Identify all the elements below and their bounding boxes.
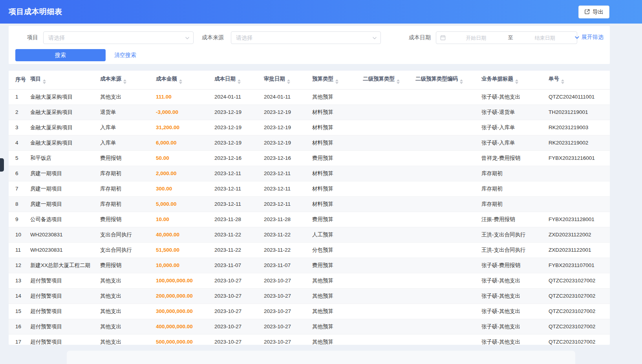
table-row: 3金融大厦采购项目入库单31,200.002023-12-192023-12-1…	[9, 120, 610, 135]
end-date-input[interactable]	[517, 35, 573, 41]
cost-source-select-input[interactable]	[231, 32, 380, 44]
sort-icons[interactable]	[123, 79, 126, 84]
side-panel-handle[interactable]	[0, 158, 4, 172]
table-cell: 退货单	[100, 104, 156, 120]
sort-asc-icon[interactable]	[515, 79, 518, 81]
column-header-1[interactable]: 项目	[30, 71, 100, 89]
column-label: 项目	[30, 76, 41, 82]
sort-asc-icon[interactable]	[123, 79, 126, 81]
project-select-input[interactable]	[44, 32, 193, 44]
sort-asc-icon[interactable]	[335, 79, 338, 81]
table-cell	[415, 196, 481, 212]
project-filter-label: 项目	[13, 34, 38, 41]
table-cell	[363, 227, 415, 242]
sort-desc-icon[interactable]	[460, 82, 463, 84]
table-cell: 其他支出	[100, 319, 156, 334]
table-cell: 张子硕-其他支出	[481, 334, 549, 345]
sort-desc-icon[interactable]	[43, 82, 46, 84]
sort-desc-icon[interactable]	[123, 82, 126, 84]
sort-asc-icon[interactable]	[397, 79, 400, 81]
expand-filters-label: 展开筛选	[582, 34, 604, 41]
sort-asc-icon[interactable]	[460, 79, 463, 81]
table-cell: 2023-12-11	[264, 181, 312, 196]
cost-date-range-picker[interactable]: 至	[436, 31, 577, 44]
clear-search-link[interactable]: 清空搜索	[114, 52, 136, 59]
table-cell: QTZC20231027002	[549, 288, 610, 304]
sort-desc-icon[interactable]	[561, 82, 564, 84]
table-cell: 库存期初	[481, 166, 549, 181]
table-cell	[363, 104, 415, 120]
sort-icons[interactable]	[460, 79, 463, 84]
sort-desc-icon[interactable]	[287, 82, 290, 84]
table-cell: TH20231219001	[549, 104, 610, 120]
column-header-3[interactable]: 成本金额	[156, 71, 214, 89]
table-cell: 张子硕-费用报销	[481, 258, 549, 273]
sort-icons[interactable]	[43, 79, 46, 84]
table-cell: 张子硕-其他支出	[481, 288, 549, 304]
table-cell: RK20231219002	[549, 135, 610, 150]
column-header-4[interactable]: 成本日期	[214, 71, 264, 89]
sort-asc-icon[interactable]	[287, 79, 290, 81]
start-date-input[interactable]	[448, 35, 504, 41]
table-row: 15超付预警项目其他支出300,000,000.002023-10-272023…	[9, 304, 610, 319]
table-cell: 400,000,000.00	[156, 319, 214, 334]
table-cell: RK20231219003	[549, 120, 610, 135]
table-cell: 1	[9, 89, 30, 104]
sort-icons[interactable]	[397, 79, 400, 84]
table-cell: 9	[9, 212, 30, 227]
sort-asc-icon[interactable]	[179, 79, 182, 81]
column-header-10[interactable]: 单号	[549, 71, 610, 89]
table-cell: 支出合同执行	[100, 227, 156, 242]
chevron-down-icon	[372, 36, 377, 40]
table-row: 6房建一期项目库存期初2,000.002023-12-112023-12-11材…	[9, 166, 610, 181]
column-header-8[interactable]: 二级预算类型编码	[415, 71, 481, 89]
table-cell: 10,000.00	[156, 258, 214, 273]
column-label: 业务单据标题	[481, 76, 513, 82]
table-cell: 2023-12-16	[264, 150, 312, 166]
table-cell	[415, 166, 481, 181]
search-button[interactable]: 搜索	[15, 49, 106, 61]
column-header-6[interactable]: 预算类型	[312, 71, 363, 89]
column-header-5[interactable]: 审批日期	[264, 71, 312, 89]
sort-icons[interactable]	[515, 79, 518, 84]
table-cell: 库存期初	[481, 181, 549, 196]
cost-date-filter: 成本日期 至	[406, 31, 577, 44]
column-header-0: 序号	[9, 71, 30, 89]
sort-desc-icon[interactable]	[335, 82, 338, 84]
table-cell: 金融大厦采购项目	[30, 104, 100, 120]
table-cell	[415, 150, 481, 166]
sort-desc-icon[interactable]	[515, 82, 518, 84]
table-cell	[415, 319, 481, 334]
sort-desc-icon[interactable]	[179, 82, 182, 84]
sort-icons[interactable]	[561, 79, 564, 84]
table-row: 5和平饭店费用报销50.002023-12-162023-12-16费用预算曾祥…	[9, 150, 610, 166]
table-cell: ZXD20231122001	[549, 242, 610, 258]
sort-icons[interactable]	[335, 79, 338, 84]
cost-source-select[interactable]	[231, 31, 381, 44]
cost-date-filter-label: 成本日期	[406, 34, 431, 41]
project-select[interactable]	[43, 31, 194, 44]
sort-desc-icon[interactable]	[397, 82, 400, 84]
table-cell: 15	[9, 304, 30, 319]
column-label: 成本金额	[156, 76, 177, 82]
sort-icons[interactable]	[287, 79, 290, 84]
sort-asc-icon[interactable]	[561, 79, 564, 81]
table-cell	[363, 150, 415, 166]
export-button[interactable]: 导出	[578, 5, 609, 18]
sort-icons[interactable]	[238, 79, 241, 84]
export-icon	[584, 9, 590, 16]
sort-asc-icon[interactable]	[43, 79, 46, 81]
table-cell: 50.00	[156, 150, 214, 166]
table-cell: 其他预算	[312, 334, 363, 345]
sort-desc-icon[interactable]	[238, 82, 241, 84]
table-cell: 2023-10-27	[214, 319, 264, 334]
sort-asc-icon[interactable]	[238, 79, 241, 81]
column-header-2[interactable]: 成本来源	[100, 71, 156, 89]
column-header-9[interactable]: 业务单据标题	[481, 71, 549, 89]
table-cell: QTZC20231027002	[549, 319, 610, 334]
sort-icons[interactable]	[179, 79, 182, 84]
table-cell: 2023-10-27	[214, 334, 264, 345]
table-cell	[363, 334, 415, 345]
column-header-7[interactable]: 二级预算类型	[363, 71, 415, 89]
expand-filters-link[interactable]: 展开筛选	[574, 34, 604, 41]
